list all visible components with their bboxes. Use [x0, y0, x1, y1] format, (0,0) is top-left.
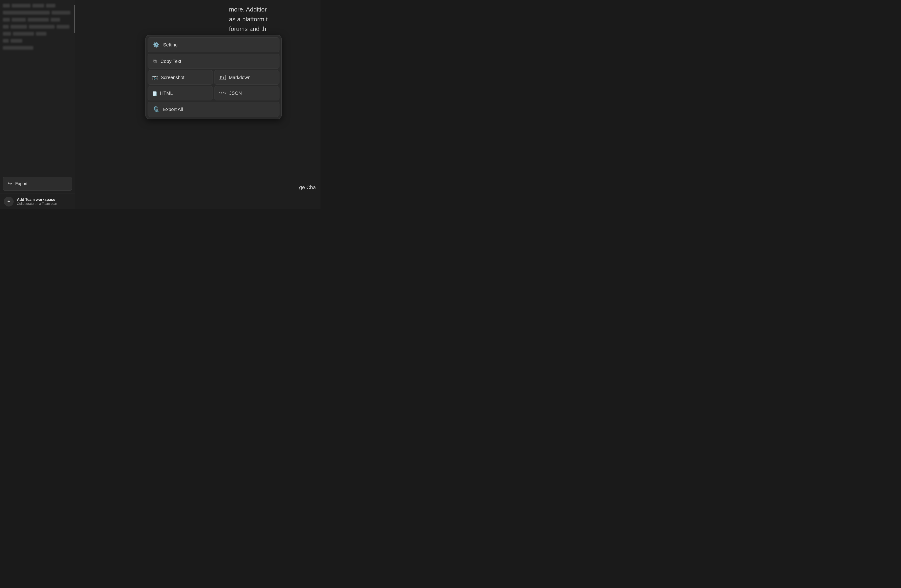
html-icon: 🗒️: [152, 91, 157, 96]
camera-icon: 📷: [152, 75, 158, 80]
sidebar-item: [3, 25, 72, 29]
copy-text-label: Copy Text: [161, 59, 181, 64]
menu-item-export-all[interactable]: 🗜️ Export All: [148, 102, 279, 117]
text-line-3: forums and th: [229, 24, 313, 34]
menu-row-html-json: 🗒️ HTML JSON JSON: [148, 86, 279, 100]
scrollbar-thumb: [74, 5, 75, 33]
sidebar-item: [3, 18, 72, 22]
add-team-text: Add Team workspace Collaborate on a Team…: [17, 198, 57, 206]
menu-item-json[interactable]: JSON JSON: [214, 86, 279, 100]
sidebar-item: [3, 46, 72, 50]
sidebar: ↪ Export ✦ Add Team workspace Collaborat…: [0, 0, 75, 209]
sidebar-item: [3, 39, 72, 43]
export-all-label: Export All: [163, 107, 183, 112]
export-icon: ↪: [8, 181, 12, 187]
add-team-subtitle: Collaborate on a Team plan: [17, 202, 57, 206]
export-button[interactable]: ↪ Export: [3, 177, 72, 191]
add-team-workspace[interactable]: ✦ Add Team workspace Collaborate on a Te…: [0, 193, 75, 209]
html-label: HTML: [160, 90, 173, 96]
screenshot-label: Screenshot: [161, 75, 184, 80]
json-icon: JSON: [219, 92, 226, 95]
gear-icon: ⚙️: [153, 42, 159, 48]
menu-item-copy-text[interactable]: ⧉ Copy Text: [148, 54, 279, 69]
markdown-icon: M↓: [219, 75, 226, 80]
markdown-label: Markdown: [229, 75, 250, 80]
context-menu: ⚙️ Setting ⧉ Copy Text 📷 Screenshot M↓ M…: [145, 35, 282, 119]
add-team-title: Add Team workspace: [17, 198, 57, 202]
menu-item-html[interactable]: 🗒️ HTML: [148, 86, 213, 100]
main-content: more. Additior as a platform t forums an…: [75, 0, 321, 209]
sidebar-content: [0, 0, 75, 177]
setting-label: Setting: [163, 42, 178, 48]
text-line-1: more. Additior: [229, 5, 313, 14]
json-label-text: JSON: [229, 90, 242, 96]
sidebar-item: [3, 11, 72, 14]
menu-row-screenshot-markdown: 📷 Screenshot M↓ Markdown: [148, 70, 279, 85]
export-label: Export: [15, 181, 28, 186]
team-icon-wrap: ✦: [4, 197, 14, 206]
sparkle-icon: ✦: [7, 199, 11, 204]
copy-icon: ⧉: [153, 58, 157, 64]
menu-item-screenshot[interactable]: 📷 Screenshot: [148, 70, 213, 85]
sidebar-scrollbar[interactable]: [74, 0, 75, 209]
menu-item-setting[interactable]: ⚙️ Setting: [148, 37, 279, 52]
sidebar-item: [3, 32, 72, 36]
export-all-icon: 🗜️: [153, 106, 159, 112]
sidebar-item: [3, 4, 72, 8]
menu-item-markdown[interactable]: M↓ Markdown: [214, 70, 279, 85]
bottom-right-text: ge Cha: [299, 184, 316, 190]
text-line-2: as a platform t: [229, 14, 313, 24]
